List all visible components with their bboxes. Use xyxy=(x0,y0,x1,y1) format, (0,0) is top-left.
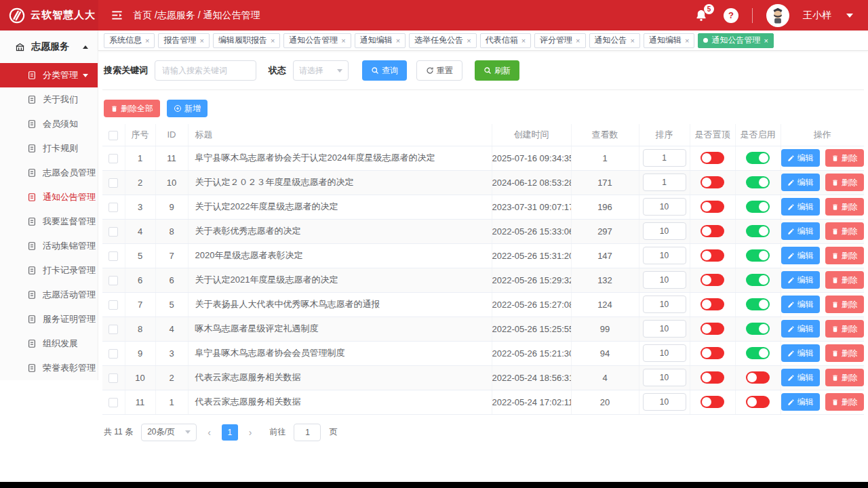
sidebar-item[interactable]: 服务证明管理 xyxy=(0,307,98,331)
row-checkbox[interactable] xyxy=(108,203,118,212)
search-button[interactable]: 查询 xyxy=(362,60,407,81)
row-checkbox[interactable] xyxy=(108,300,118,310)
sidebar-item[interactable]: 组织发展 xyxy=(0,331,98,356)
row-checkbox[interactable] xyxy=(108,251,118,261)
help-icon[interactable]: ? xyxy=(724,8,738,23)
edit-button[interactable]: 编辑 xyxy=(781,296,820,313)
sort-input[interactable] xyxy=(643,296,686,313)
edit-button[interactable]: 编辑 xyxy=(781,149,820,167)
select-all-checkbox[interactable] xyxy=(108,131,118,140)
row-checkbox[interactable] xyxy=(108,154,118,163)
enabled-toggle[interactable] xyxy=(746,347,770,359)
user-menu-chevron-down-icon[interactable] xyxy=(846,14,853,18)
sort-input[interactable] xyxy=(643,198,686,216)
sort-input[interactable] xyxy=(643,247,686,264)
tab-close-icon[interactable]: × xyxy=(271,37,275,45)
edit-button[interactable]: 编辑 xyxy=(781,369,820,386)
page-size-select[interactable]: 20条/页 xyxy=(141,424,197,441)
row-checkbox[interactable] xyxy=(108,349,118,359)
delete-button[interactable]: 删除 xyxy=(825,247,864,264)
enabled-toggle[interactable] xyxy=(746,152,770,164)
sidebar-item[interactable]: 打卡记录管理 xyxy=(0,258,98,283)
enabled-toggle[interactable] xyxy=(746,274,770,286)
sort-input[interactable] xyxy=(643,369,686,386)
goto-page-input[interactable] xyxy=(294,424,321,441)
sidebar-item[interactable]: 志愿活动管理 xyxy=(0,283,98,307)
sidebar-item[interactable]: 荣誉表彰管理 xyxy=(0,356,98,380)
next-page-icon[interactable]: › xyxy=(246,427,255,438)
tab-close-icon[interactable]: × xyxy=(467,37,471,45)
enabled-toggle[interactable] xyxy=(746,371,770,384)
delete-button[interactable]: 删除 xyxy=(825,149,864,167)
enabled-toggle[interactable] xyxy=(746,323,770,335)
row-checkbox[interactable] xyxy=(108,373,118,383)
sort-input[interactable] xyxy=(643,174,686,191)
sidebar-item[interactable]: 我要监督管理 xyxy=(0,209,98,234)
delete-all-button[interactable]: 删除全部 xyxy=(104,100,160,117)
tab[interactable]: 代表信箱× xyxy=(480,33,531,48)
delete-button[interactable]: 删除 xyxy=(825,198,864,216)
user-avatar[interactable] xyxy=(766,4,789,27)
tab-close-icon[interactable]: × xyxy=(764,37,768,45)
delete-button[interactable]: 删除 xyxy=(825,271,864,289)
pinned-toggle[interactable] xyxy=(701,396,724,408)
enabled-toggle[interactable] xyxy=(746,201,770,213)
tab[interactable]: 通知编辑× xyxy=(355,33,406,48)
tab[interactable]: 评分管理× xyxy=(534,33,585,48)
delete-button[interactable]: 删除 xyxy=(825,320,864,338)
row-checkbox[interactable] xyxy=(108,398,118,407)
sidebar-item[interactable]: 关于我们 xyxy=(0,87,98,112)
reset-button[interactable]: 重置 xyxy=(416,60,462,81)
delete-button[interactable]: 删除 xyxy=(825,369,864,386)
keyword-input[interactable] xyxy=(155,60,256,81)
delete-button[interactable]: 删除 xyxy=(825,174,864,191)
row-checkbox[interactable] xyxy=(108,276,118,285)
pinned-toggle[interactable] xyxy=(701,152,724,164)
sort-input[interactable] xyxy=(643,320,686,338)
tab-close-icon[interactable]: × xyxy=(145,37,149,45)
status-select[interactable]: 请选择 xyxy=(293,60,349,81)
tab-close-icon[interactable]: × xyxy=(685,37,689,45)
sort-input[interactable] xyxy=(643,344,686,362)
edit-button[interactable]: 编辑 xyxy=(781,393,820,411)
refresh-button[interactable]: 刷新 xyxy=(475,60,519,81)
enabled-toggle[interactable] xyxy=(746,176,770,188)
row-checkbox[interactable] xyxy=(108,178,118,188)
tab-close-icon[interactable]: × xyxy=(521,37,526,45)
notification-bell-icon[interactable]: 5 xyxy=(692,7,710,24)
pinned-toggle[interactable] xyxy=(701,274,724,286)
pinned-toggle[interactable] xyxy=(701,371,724,384)
enabled-toggle[interactable] xyxy=(746,298,770,310)
sort-input[interactable] xyxy=(643,271,686,289)
row-checkbox[interactable] xyxy=(108,325,118,334)
pinned-toggle[interactable] xyxy=(701,176,724,188)
sidebar-item[interactable]: 分类管理 xyxy=(0,63,98,87)
tab-close-icon[interactable]: × xyxy=(631,37,635,45)
tab-close-icon[interactable]: × xyxy=(396,37,400,45)
sort-input[interactable] xyxy=(643,393,686,411)
sidebar-section-volunteer-service[interactable]: 志愿服务 xyxy=(0,30,98,63)
tab[interactable]: 通知公告× xyxy=(589,33,640,48)
prev-page-icon[interactable]: ‹ xyxy=(205,427,214,438)
enabled-toggle[interactable] xyxy=(746,396,770,408)
sidebar-item[interactable]: 活动集锦管理 xyxy=(0,234,98,258)
sidebar-item[interactable]: 志愿会员管理 xyxy=(0,161,98,185)
tab-close-icon[interactable]: × xyxy=(199,37,203,45)
edit-button[interactable]: 编辑 xyxy=(781,344,820,362)
pinned-toggle[interactable] xyxy=(701,249,724,262)
edit-button[interactable]: 编辑 xyxy=(781,320,820,338)
sidebar-item[interactable]: 会员须知 xyxy=(0,112,98,136)
enabled-toggle[interactable] xyxy=(746,225,770,237)
tab[interactable]: 通知公告管理× xyxy=(283,33,351,48)
row-checkbox[interactable] xyxy=(108,227,118,237)
enabled-toggle[interactable] xyxy=(746,249,770,262)
edit-button[interactable]: 编辑 xyxy=(781,271,820,289)
tab-close-icon[interactable]: × xyxy=(341,37,345,45)
edit-button[interactable]: 编辑 xyxy=(781,174,820,191)
page-number-current[interactable]: 1 xyxy=(222,424,238,441)
delete-button[interactable]: 删除 xyxy=(825,296,864,313)
sort-input[interactable] xyxy=(643,222,686,240)
edit-button[interactable]: 编辑 xyxy=(781,198,820,216)
pinned-toggle[interactable] xyxy=(701,323,724,335)
add-button[interactable]: 新增 xyxy=(167,100,208,117)
